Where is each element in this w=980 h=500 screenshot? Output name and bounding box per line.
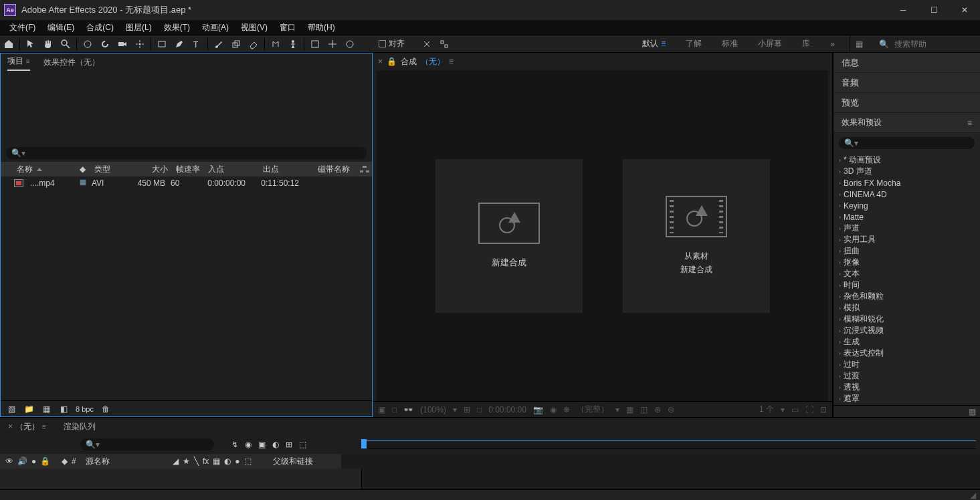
col-size[interactable]: 大小 bbox=[137, 164, 171, 175]
menu-edit[interactable]: 编辑(E) bbox=[42, 21, 80, 35]
maximize-button[interactable]: ☐ bbox=[918, 0, 949, 20]
col-fps[interactable]: 帧速率 bbox=[173, 164, 203, 175]
footer-icon[interactable]: □ bbox=[392, 405, 397, 414]
footer-icon[interactable]: ⊞ bbox=[464, 405, 470, 414]
footer-icon[interactable]: 📷 bbox=[533, 405, 543, 414]
new-comp-icon[interactable]: ▦ bbox=[41, 404, 52, 414]
footer-icon[interactable]: ⊕ bbox=[654, 405, 661, 414]
hand-tool[interactable] bbox=[40, 36, 56, 52]
tree-item[interactable]: ›抠像 bbox=[834, 257, 980, 268]
panel-info[interactable]: 信息 bbox=[834, 53, 980, 73]
flowchart-icon[interactable] bbox=[360, 166, 369, 172]
workspace-overflow[interactable]: » bbox=[830, 39, 835, 49]
new-composition-button[interactable]: 新建合成 bbox=[435, 159, 583, 313]
tree-item[interactable]: ›透视 bbox=[834, 382, 980, 393]
zoom-value[interactable]: (100%) bbox=[420, 405, 446, 414]
roto-tool[interactable] bbox=[268, 36, 284, 52]
timeline-search[interactable]: 🔍▾ bbox=[80, 439, 214, 451]
tree-item[interactable]: ›遮罩 bbox=[834, 393, 980, 404]
solo-column-icon[interactable]: ● bbox=[31, 457, 36, 466]
tree-item[interactable]: ›声道 bbox=[834, 223, 980, 234]
footer-icon[interactable]: □ bbox=[477, 405, 482, 414]
tree-item[interactable]: ›时间 bbox=[834, 279, 980, 291]
index-column-icon[interactable]: # bbox=[72, 457, 76, 466]
tree-item[interactable]: ›表达式控制 bbox=[834, 348, 980, 359]
zoom-tool[interactable] bbox=[58, 36, 74, 52]
footer-icon[interactable]: 👓 bbox=[403, 405, 413, 414]
tree-item[interactable]: ›Boris FX Mocha bbox=[834, 177, 980, 189]
switch-icon[interactable]: ● bbox=[235, 457, 239, 466]
footer-icon[interactable]: ❋ bbox=[563, 405, 570, 414]
col-out[interactable]: 出点 bbox=[260, 164, 312, 175]
help-search-input[interactable] bbox=[894, 39, 975, 49]
footer-icon[interactable]: ▦ bbox=[626, 405, 633, 414]
label-swatch[interactable] bbox=[80, 179, 86, 186]
tree-item[interactable]: ›实用工具 bbox=[834, 234, 980, 245]
project-search[interactable]: 🔍▾ bbox=[6, 147, 367, 159]
timeline-tab-none[interactable]: ×（无）≡ bbox=[8, 421, 46, 432]
effects-search[interactable]: 🔍▾ bbox=[839, 137, 975, 149]
panel-grid-icon[interactable]: ▦ bbox=[856, 39, 863, 49]
tree-item[interactable]: ›模糊和锐化 bbox=[834, 314, 980, 325]
tl-icon[interactable]: ⊞ bbox=[286, 440, 292, 449]
menu-composition[interactable]: 合成(C) bbox=[81, 21, 119, 35]
tree-item[interactable]: ›* 动画预设 bbox=[834, 154, 980, 166]
brush-tool[interactable] bbox=[211, 36, 227, 52]
menu-help[interactable]: 帮助(H) bbox=[302, 21, 340, 35]
rotate-tool[interactable] bbox=[97, 36, 113, 52]
trash-icon[interactable]: 🗑 bbox=[100, 404, 111, 414]
comp-none[interactable]: （无） bbox=[421, 56, 445, 68]
switch-icon[interactable]: fx bbox=[203, 457, 209, 466]
home-tool[interactable] bbox=[1, 36, 17, 52]
workspace-small[interactable]: 小屏幕 bbox=[758, 38, 782, 49]
audio-column-icon[interactable]: 🔊 bbox=[17, 457, 27, 466]
switch-icon[interactable]: ▦ bbox=[213, 457, 220, 466]
col-in[interactable]: 入点 bbox=[205, 164, 258, 175]
footer-icon[interactable]: ▣ bbox=[378, 405, 385, 414]
footer-icon[interactable]: ◫ bbox=[640, 405, 648, 414]
switch-icon[interactable]: ◐ bbox=[224, 457, 231, 466]
col-parent[interactable]: 父级和链接 bbox=[268, 456, 341, 467]
view-axis-tool[interactable] bbox=[342, 36, 358, 52]
lock-column-icon[interactable]: 🔒 bbox=[40, 457, 50, 466]
panel-new-icon[interactable]: ▦ bbox=[969, 407, 976, 416]
text-tool[interactable]: T bbox=[189, 36, 205, 52]
menu-file[interactable]: 文件(F) bbox=[4, 21, 41, 35]
project-item-row[interactable]: ....mp4 AVI 450 MB 60 0:00:00:00 0:11:50… bbox=[1, 176, 372, 190]
menu-animation[interactable]: 动画(A) bbox=[197, 21, 234, 35]
footer-icon[interactable]: ⊖ bbox=[668, 405, 674, 414]
snapping-icon[interactable] bbox=[436, 36, 452, 52]
interpret-icon[interactable]: ▧ bbox=[6, 404, 17, 414]
menu-window[interactable]: 窗口 bbox=[274, 21, 301, 35]
puppet-tool[interactable] bbox=[285, 36, 301, 52]
timeline-ruler[interactable] bbox=[361, 440, 976, 449]
close-button[interactable]: ✕ bbox=[949, 0, 980, 20]
pen-tool[interactable] bbox=[171, 36, 187, 52]
switch-icon[interactable]: ╲ bbox=[194, 457, 199, 466]
eraser-tool[interactable] bbox=[246, 36, 262, 52]
workspace-default[interactable]: 默认≡ bbox=[642, 38, 666, 49]
tree-item[interactable]: ›扭曲 bbox=[834, 245, 980, 257]
snap-tool[interactable] bbox=[419, 36, 435, 52]
tree-item[interactable]: ›沉浸式视频 bbox=[834, 325, 980, 336]
switch-icon[interactable]: ★ bbox=[183, 457, 190, 466]
local-axis-tool[interactable] bbox=[307, 36, 323, 52]
col-tape[interactable]: 磁带名称 bbox=[315, 164, 357, 175]
selection-tool[interactable] bbox=[23, 36, 39, 52]
tree-item[interactable]: ›文本 bbox=[834, 268, 980, 279]
world-axis-tool[interactable] bbox=[324, 36, 340, 52]
lock-icon[interactable]: 🔒 bbox=[387, 57, 397, 66]
view-count[interactable]: 1 个 bbox=[759, 404, 774, 415]
tree-item[interactable]: ›过渡 bbox=[834, 370, 980, 382]
panel-effects-presets[interactable]: 效果和预设≡ bbox=[834, 113, 980, 133]
new-comp-from-footage-button[interactable]: 从素材新建合成 bbox=[623, 159, 770, 313]
workspace-learn[interactable]: 了解 bbox=[686, 38, 702, 49]
col-source-name[interactable]: 源名称 bbox=[80, 456, 167, 467]
tree-item[interactable]: ›生成 bbox=[834, 336, 980, 348]
minimize-button[interactable]: ─ bbox=[888, 0, 918, 20]
tree-item[interactable]: ›杂色和颗粒 bbox=[834, 291, 980, 302]
tl-icon[interactable]: ↯ bbox=[231, 440, 238, 449]
bpc-icon[interactable]: ◧ bbox=[58, 404, 69, 414]
clone-tool[interactable] bbox=[228, 36, 244, 52]
timeline-tab-render-queue[interactable]: 渲染队列 bbox=[64, 421, 96, 432]
